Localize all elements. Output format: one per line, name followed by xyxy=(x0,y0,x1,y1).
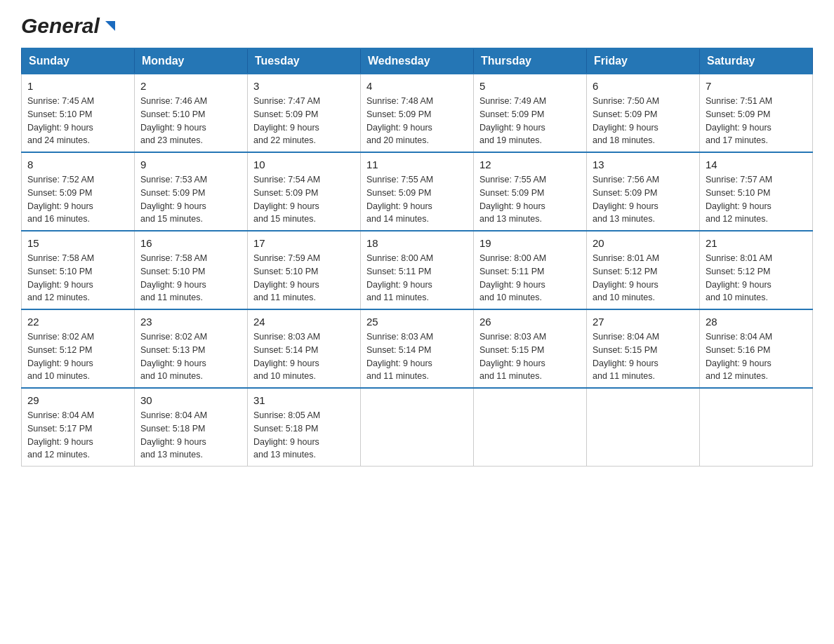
day-number: 19 xyxy=(479,236,581,250)
day-number: 18 xyxy=(366,236,468,250)
day-header-monday: Monday xyxy=(135,48,248,74)
calendar-cell: 18 Sunrise: 8:00 AMSunset: 5:11 PMDaylig… xyxy=(361,231,474,309)
calendar-cell: 30 Sunrise: 8:04 AMSunset: 5:18 PMDaylig… xyxy=(135,388,248,467)
calendar-cell: 28 Sunrise: 8:04 AMSunset: 5:16 PMDaylig… xyxy=(700,309,813,388)
day-info: Sunrise: 7:49 AMSunset: 5:09 PMDaylight:… xyxy=(479,96,546,145)
day-number: 24 xyxy=(253,314,355,329)
calendar-week-3: 15 Sunrise: 7:58 AMSunset: 5:10 PMDaylig… xyxy=(22,231,813,309)
day-header-sunday: Sunday xyxy=(22,48,135,74)
day-info: Sunrise: 7:52 AMSunset: 5:09 PMDaylight:… xyxy=(27,175,94,224)
day-number: 7 xyxy=(706,79,807,93)
calendar-cell: 4 Sunrise: 7:48 AMSunset: 5:09 PMDayligh… xyxy=(361,74,474,152)
day-info: Sunrise: 7:55 AMSunset: 5:09 PMDaylight:… xyxy=(479,175,546,224)
calendar-cell: 12 Sunrise: 7:55 AMSunset: 5:09 PMDaylig… xyxy=(474,152,587,231)
day-info: Sunrise: 7:56 AMSunset: 5:09 PMDaylight:… xyxy=(593,175,659,224)
day-info: Sunrise: 7:47 AMSunset: 5:09 PMDaylight:… xyxy=(253,96,320,145)
day-number: 17 xyxy=(253,236,355,250)
calendar-cell xyxy=(361,388,474,467)
day-info: Sunrise: 8:00 AMSunset: 5:11 PMDaylight:… xyxy=(366,253,433,302)
day-number: 29 xyxy=(27,393,128,408)
day-info: Sunrise: 8:04 AMSunset: 5:18 PMDaylight:… xyxy=(140,410,207,459)
calendar-week-2: 8 Sunrise: 7:52 AMSunset: 5:09 PMDayligh… xyxy=(22,152,813,231)
day-number: 1 xyxy=(27,79,128,93)
day-info: Sunrise: 7:48 AMSunset: 5:09 PMDaylight:… xyxy=(366,96,433,145)
day-info: Sunrise: 8:01 AMSunset: 5:12 PMDaylight:… xyxy=(706,253,772,302)
calendar-cell: 9 Sunrise: 7:53 AMSunset: 5:09 PMDayligh… xyxy=(135,152,248,231)
calendar-cell: 6 Sunrise: 7:50 AMSunset: 5:09 PMDayligh… xyxy=(587,74,700,152)
day-info: Sunrise: 7:54 AMSunset: 5:09 PMDaylight:… xyxy=(253,175,320,224)
svg-marker-0 xyxy=(105,21,115,31)
day-number: 10 xyxy=(253,157,355,172)
day-number: 5 xyxy=(479,79,581,93)
day-number: 30 xyxy=(140,393,241,408)
calendar-cell: 13 Sunrise: 7:56 AMSunset: 5:09 PMDaylig… xyxy=(587,152,700,231)
calendar-cell: 19 Sunrise: 8:00 AMSunset: 5:11 PMDaylig… xyxy=(474,231,587,309)
day-number: 2 xyxy=(140,79,241,93)
calendar-cell: 1 Sunrise: 7:45 AMSunset: 5:10 PMDayligh… xyxy=(22,74,135,152)
calendar-cell: 17 Sunrise: 7:59 AMSunset: 5:10 PMDaylig… xyxy=(248,231,361,309)
calendar-cell: 16 Sunrise: 7:58 AMSunset: 5:10 PMDaylig… xyxy=(135,231,248,309)
day-info: Sunrise: 8:04 AMSunset: 5:15 PMDaylight:… xyxy=(593,332,659,381)
day-number: 23 xyxy=(140,314,241,329)
day-number: 28 xyxy=(706,314,807,329)
day-info: Sunrise: 8:03 AMSunset: 5:15 PMDaylight:… xyxy=(479,332,546,381)
day-number: 15 xyxy=(27,236,128,250)
day-number: 8 xyxy=(27,157,128,172)
day-info: Sunrise: 7:45 AMSunset: 5:10 PMDaylight:… xyxy=(27,96,94,145)
day-number: 31 xyxy=(253,393,355,408)
calendar-cell xyxy=(700,388,813,467)
day-header-tuesday: Tuesday xyxy=(248,48,361,74)
day-info: Sunrise: 7:55 AMSunset: 5:09 PMDaylight:… xyxy=(366,175,433,224)
day-info: Sunrise: 8:04 AMSunset: 5:16 PMDaylight:… xyxy=(706,332,772,381)
day-number: 26 xyxy=(479,314,581,329)
calendar-week-4: 22 Sunrise: 8:02 AMSunset: 5:12 PMDaylig… xyxy=(22,309,813,388)
logo-general-text: General xyxy=(21,14,100,38)
day-info: Sunrise: 7:58 AMSunset: 5:10 PMDaylight:… xyxy=(27,253,94,302)
calendar-cell: 20 Sunrise: 8:01 AMSunset: 5:12 PMDaylig… xyxy=(587,231,700,309)
day-info: Sunrise: 8:03 AMSunset: 5:14 PMDaylight:… xyxy=(366,332,433,381)
day-info: Sunrise: 8:00 AMSunset: 5:11 PMDaylight:… xyxy=(479,253,546,302)
day-number: 3 xyxy=(253,79,355,93)
calendar-cell: 23 Sunrise: 8:02 AMSunset: 5:13 PMDaylig… xyxy=(135,309,248,388)
day-number: 20 xyxy=(593,236,694,250)
calendar-cell: 8 Sunrise: 7:52 AMSunset: 5:09 PMDayligh… xyxy=(22,152,135,231)
calendar-cell: 21 Sunrise: 8:01 AMSunset: 5:12 PMDaylig… xyxy=(700,231,813,309)
calendar-cell xyxy=(587,388,700,467)
day-number: 12 xyxy=(479,157,581,172)
day-number: 4 xyxy=(366,79,468,93)
logo-triangle-icon xyxy=(102,18,118,36)
calendar-cell: 3 Sunrise: 7:47 AMSunset: 5:09 PMDayligh… xyxy=(248,74,361,152)
day-header-thursday: Thursday xyxy=(474,48,587,74)
day-number: 25 xyxy=(366,314,468,329)
calendar-cell: 14 Sunrise: 7:57 AMSunset: 5:10 PMDaylig… xyxy=(700,152,813,231)
calendar-week-1: 1 Sunrise: 7:45 AMSunset: 5:10 PMDayligh… xyxy=(22,74,813,152)
calendar-cell: 31 Sunrise: 8:05 AMSunset: 5:18 PMDaylig… xyxy=(248,388,361,467)
day-number: 21 xyxy=(706,236,807,250)
calendar-cell: 27 Sunrise: 8:04 AMSunset: 5:15 PMDaylig… xyxy=(587,309,700,388)
logo: General xyxy=(21,14,118,34)
day-header-wednesday: Wednesday xyxy=(361,48,474,74)
calendar-cell: 7 Sunrise: 7:51 AMSunset: 5:09 PMDayligh… xyxy=(700,74,813,152)
calendar-cell: 5 Sunrise: 7:49 AMSunset: 5:09 PMDayligh… xyxy=(474,74,587,152)
calendar-header-row: SundayMondayTuesdayWednesdayThursdayFrid… xyxy=(22,48,813,74)
day-header-saturday: Saturday xyxy=(700,48,813,74)
day-info: Sunrise: 7:59 AMSunset: 5:10 PMDaylight:… xyxy=(253,253,320,302)
calendar-cell: 11 Sunrise: 7:55 AMSunset: 5:09 PMDaylig… xyxy=(361,152,474,231)
day-number: 11 xyxy=(366,157,468,172)
calendar-cell: 15 Sunrise: 7:58 AMSunset: 5:10 PMDaylig… xyxy=(22,231,135,309)
calendar-cell: 22 Sunrise: 8:02 AMSunset: 5:12 PMDaylig… xyxy=(22,309,135,388)
calendar-week-5: 29 Sunrise: 8:04 AMSunset: 5:17 PMDaylig… xyxy=(22,388,813,467)
day-info: Sunrise: 8:03 AMSunset: 5:14 PMDaylight:… xyxy=(253,332,320,381)
calendar-cell: 26 Sunrise: 8:03 AMSunset: 5:15 PMDaylig… xyxy=(474,309,587,388)
calendar-cell xyxy=(474,388,587,467)
calendar-cell: 29 Sunrise: 8:04 AMSunset: 5:17 PMDaylig… xyxy=(22,388,135,467)
day-info: Sunrise: 7:46 AMSunset: 5:10 PMDaylight:… xyxy=(140,96,207,145)
day-number: 27 xyxy=(593,314,694,329)
calendar-cell: 25 Sunrise: 8:03 AMSunset: 5:14 PMDaylig… xyxy=(361,309,474,388)
day-info: Sunrise: 7:58 AMSunset: 5:10 PMDaylight:… xyxy=(140,253,207,302)
day-info: Sunrise: 7:53 AMSunset: 5:09 PMDaylight:… xyxy=(140,175,207,224)
day-header-friday: Friday xyxy=(587,48,700,74)
calendar-cell: 10 Sunrise: 7:54 AMSunset: 5:09 PMDaylig… xyxy=(248,152,361,231)
calendar-cell: 2 Sunrise: 7:46 AMSunset: 5:10 PMDayligh… xyxy=(135,74,248,152)
day-info: Sunrise: 7:57 AMSunset: 5:10 PMDaylight:… xyxy=(706,175,772,224)
